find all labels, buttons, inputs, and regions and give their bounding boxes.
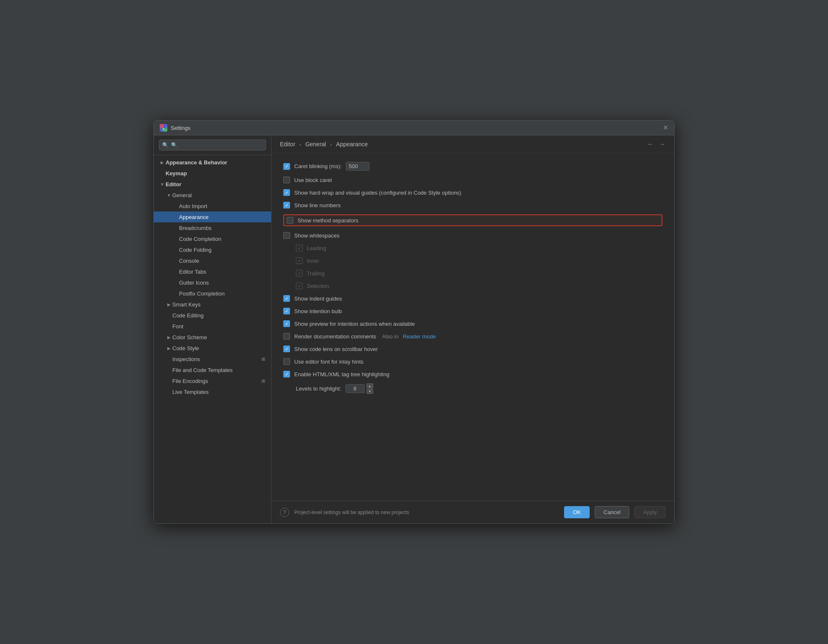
search-box: 🔍 [154, 135, 271, 155]
levels-label: Levels to highlight: [296, 385, 341, 392]
sidebar-item-label: Code Editing [172, 312, 203, 319]
sidebar-item-font[interactable]: Font [154, 321, 271, 332]
sidebar-item-color-scheme[interactable]: ▶ Color Scheme [154, 332, 271, 343]
enable-html-checkbox[interactable] [283, 371, 290, 377]
sidebar-item-code-style[interactable]: ▶ Code Style [154, 343, 271, 354]
sidebar-item-console[interactable]: Console [154, 255, 271, 266]
sidebar-item-inspections[interactable]: Inspections ⊞ [154, 354, 271, 364]
title-bar: Settings ✕ [154, 121, 674, 135]
use-editor-font-checkbox[interactable] [283, 358, 290, 365]
breadcrumb-appearance: Appearance [336, 141, 368, 148]
show-indent-guides-label: Show indent guides [294, 296, 342, 302]
show-line-numbers-checkbox[interactable] [283, 202, 290, 209]
sidebar-item-postfix-completion[interactable]: Postfix Completion [154, 288, 271, 299]
sidebar-item-code-editing[interactable]: Code Editing [154, 310, 271, 321]
sidebar-item-appearance[interactable]: Appearance [154, 211, 271, 222]
show-indent-guides-row: Show indent guides [283, 295, 662, 302]
sidebar-item-file-code-templates[interactable]: File and Code Templates [154, 364, 271, 375]
use-block-caret-row: Use block caret [283, 177, 662, 183]
selection-label: Selection [307, 283, 329, 289]
sidebar-item-file-encodings[interactable]: File Encodings ⊞ [154, 375, 271, 386]
trailing-checkbox[interactable] [296, 270, 303, 277]
inner-checkbox[interactable] [296, 257, 303, 264]
bottom-bar: ? Project-level settings will be applied… [272, 501, 674, 523]
help-button[interactable]: ? [280, 508, 289, 517]
expand-icon: ▶ [166, 334, 172, 340]
nav-arrows: ← → [647, 140, 666, 148]
expand-icon [172, 257, 179, 264]
sidebar-item-code-folding[interactable]: Code Folding [154, 244, 271, 255]
breadcrumb-editor: Editor [280, 141, 295, 148]
sidebar-item-gutter-icons[interactable]: Gutter Icons [154, 277, 271, 288]
sidebar-item-general[interactable]: ▼ General [154, 190, 271, 201]
selection-checkbox[interactable] [296, 282, 303, 289]
sidebar-item-smart-keys[interactable]: ▶ Smart Keys [154, 299, 271, 310]
breadcrumb-sep-2: › [330, 141, 334, 148]
enable-html-label: Enable HTML/XML tag tree highlighting [294, 371, 389, 377]
settings-dialog: Settings ✕ 🔍 ▶ Appearance & Behavior Key… [153, 120, 675, 524]
sidebar-item-editor-tabs[interactable]: Editor Tabs [154, 266, 271, 277]
levels-input[interactable] [345, 384, 365, 393]
show-preview-checkbox[interactable] [283, 320, 290, 327]
sidebar-item-label: Breadcrumbs [179, 225, 211, 231]
caret-blinking-checkbox[interactable] [283, 163, 290, 170]
apply-button[interactable]: Apply [634, 506, 666, 518]
leading-row: Leading [283, 245, 662, 251]
cancel-button[interactable]: Cancel [595, 506, 629, 518]
show-whitespaces-checkbox[interactable] [283, 232, 290, 239]
show-code-lens-label: Show code lens on scrollbar hover [294, 346, 378, 352]
settings-badge: ⊞ [260, 356, 266, 362]
show-intention-bulb-checkbox[interactable] [283, 308, 290, 314]
show-method-separators-label: Show method separators [298, 217, 359, 224]
expand-icon [172, 214, 179, 220]
show-indent-guides-checkbox[interactable] [283, 295, 290, 302]
show-hard-wrap-checkbox[interactable] [283, 189, 290, 196]
sidebar-item-code-completion[interactable]: Code Completion [154, 233, 271, 244]
bottom-message: Project-level settings will be applied t… [294, 509, 559, 515]
use-block-caret-checkbox[interactable] [283, 177, 290, 183]
sidebar-item-keymap[interactable]: Keymap [154, 168, 271, 179]
render-docs-row: Render documentation comments Also in Re… [283, 333, 662, 340]
help-icon: ? [283, 509, 286, 515]
sidebar-item-editor[interactable]: ▼ Editor [154, 179, 271, 190]
expand-icon [166, 377, 172, 384]
show-whitespaces-row: Show whitespaces [283, 232, 662, 239]
sidebar-item-live-templates[interactable]: Live Templates [154, 386, 271, 397]
expand-icon [166, 367, 172, 373]
trailing-label: Trailing [307, 270, 324, 277]
search-input[interactable] [159, 140, 266, 150]
show-method-separators-checkbox[interactable] [287, 217, 293, 224]
inner-label: Inner [307, 258, 319, 264]
show-line-numbers-label: Show line numbers [294, 202, 341, 209]
spinner-down-button[interactable]: ▼ [367, 389, 373, 394]
reader-mode-link[interactable]: Reader mode [403, 333, 436, 340]
breadcrumb-general: General [305, 141, 326, 148]
sidebar-item-breadcrumbs[interactable]: Breadcrumbs [154, 222, 271, 233]
ok-button[interactable]: OK [564, 506, 590, 518]
back-button[interactable]: ← [647, 140, 654, 148]
expand-icon [172, 290, 179, 297]
levels-spinner: ▲ ▼ [345, 383, 373, 394]
caret-blinking-input[interactable] [346, 162, 369, 171]
sidebar-item-appearance-behavior[interactable]: ▶ Appearance & Behavior [154, 157, 271, 168]
dialog-title: Settings [171, 125, 190, 131]
settings-badge: ⊞ [260, 378, 266, 384]
selection-row: Selection [283, 282, 662, 289]
show-code-lens-checkbox[interactable] [283, 346, 290, 352]
render-docs-checkbox[interactable] [283, 333, 290, 340]
show-preview-label: Show preview for intention actions when … [294, 321, 415, 327]
sidebar-tree: ▶ Appearance & Behavior Keymap ▼ Editor … [154, 155, 271, 523]
spinner-up-button[interactable]: ▲ [367, 383, 373, 388]
sidebar-item-label: Code Folding [179, 247, 211, 253]
expand-icon [172, 224, 179, 231]
sidebar-item-label: Keymap [166, 170, 187, 177]
sidebar-item-label: Editor Tabs [179, 269, 206, 275]
sidebar-item-label: File and Code Templates [172, 367, 233, 373]
sidebar-item-label: Postfix Completion [179, 290, 224, 297]
sidebar-item-auto-import[interactable]: Auto Import [154, 201, 271, 211]
forward-button[interactable]: → [659, 140, 666, 148]
sidebar-item-label: Font [172, 323, 183, 330]
show-code-lens-row: Show code lens on scrollbar hover [283, 346, 662, 352]
leading-checkbox[interactable] [296, 245, 303, 251]
close-button[interactable]: ✕ [663, 124, 668, 131]
